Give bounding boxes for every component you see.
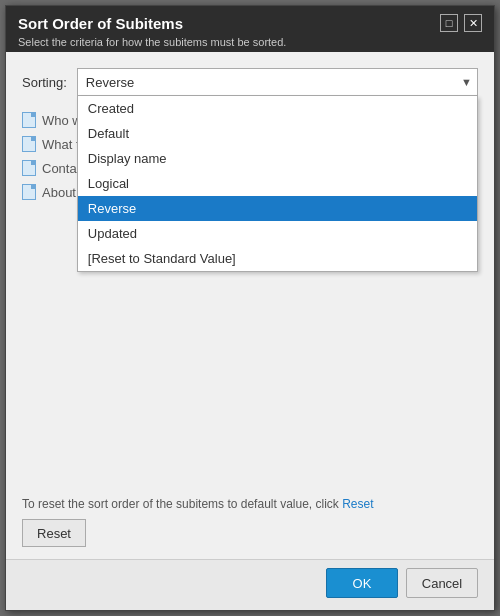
title-bar: Sort Order of Subitems □ ✕ Select the cr…	[6, 6, 494, 52]
ok-button[interactable]: OK	[326, 568, 398, 598]
dialog-title: Sort Order of Subitems	[18, 15, 183, 32]
dropdown-item-reverse[interactable]: Reverse	[78, 196, 477, 221]
dropdown-item-displayname[interactable]: Display name	[78, 146, 477, 171]
doc-icon	[22, 112, 36, 128]
reset-hint: To reset the sort order of the subitems …	[22, 497, 478, 511]
cancel-button[interactable]: Cancel	[406, 568, 478, 598]
sorting-row: Sorting: Reverse ▼ Created Default Displ…	[22, 68, 478, 96]
title-controls: □ ✕	[440, 14, 482, 32]
button-row: OK Cancel	[6, 559, 494, 610]
sort-select-container: Reverse ▼ Created Default Display name L…	[77, 68, 478, 96]
doc-icon	[22, 136, 36, 152]
doc-icon	[22, 184, 36, 200]
sort-order-dialog: Sort Order of Subitems □ ✕ Select the cr…	[5, 5, 495, 611]
sort-selected-value: Reverse	[86, 75, 134, 90]
dropdown-item-updated[interactable]: Updated	[78, 221, 477, 246]
doc-icon	[22, 160, 36, 176]
sort-select[interactable]: Reverse	[77, 68, 478, 96]
sort-dropdown: Created Default Display name Logical Rev…	[77, 96, 478, 272]
reset-button[interactable]: Reset	[22, 519, 86, 547]
dialog-subtitle: Select the criteria for how the subitems…	[18, 36, 482, 48]
dropdown-item-reset-standard[interactable]: [Reset to Standard Value]	[78, 246, 477, 271]
dialog-body: Sorting: Reverse ▼ Created Default Displ…	[6, 52, 494, 485]
sorting-label: Sorting:	[22, 75, 67, 90]
dropdown-item-default[interactable]: Default	[78, 121, 477, 146]
dialog-footer: To reset the sort order of the subitems …	[6, 485, 494, 559]
minimize-button[interactable]: □	[440, 14, 458, 32]
reset-hint-link: Reset	[342, 497, 373, 511]
close-button[interactable]: ✕	[464, 14, 482, 32]
dropdown-item-logical[interactable]: Logical	[78, 171, 477, 196]
dropdown-item-created[interactable]: Created	[78, 96, 477, 121]
